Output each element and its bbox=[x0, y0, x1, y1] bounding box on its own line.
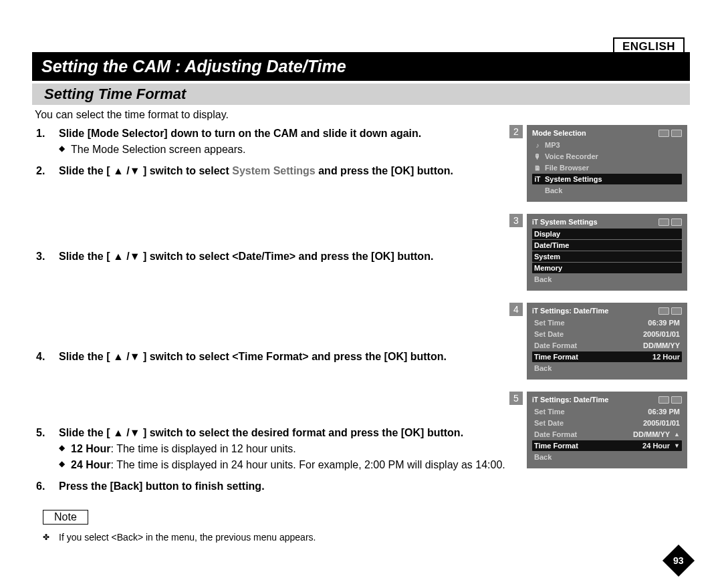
screen-block-5: 5 iT Settings: Date/Time Set Time06:39 P… bbox=[527, 392, 687, 468]
main-title-bar: Setting the CAM : Adjusting Date/Time bbox=[32, 52, 690, 81]
screen-number-3: 3 bbox=[509, 214, 523, 227]
storage-icon bbox=[658, 396, 669, 404]
screen-2-title: Mode Selection bbox=[532, 129, 586, 137]
step-5-head: Slide the [ ▲ /▼ ] switch to select the … bbox=[59, 427, 463, 438]
step-2-pt3: and press the [OK] button. bbox=[316, 165, 453, 176]
note-item: If you select <Back> in the menu, the pr… bbox=[43, 531, 690, 545]
row-label: Set Time bbox=[534, 408, 644, 416]
storage-icon bbox=[658, 218, 669, 226]
screen-3-title: iT System Settings bbox=[532, 218, 598, 226]
step-2-pt2: System Settings bbox=[232, 165, 315, 176]
row-label: Memory bbox=[534, 264, 680, 272]
note-label-box: Note bbox=[43, 510, 88, 525]
screen-4-row-setdate: Set Date2005/01/01 bbox=[532, 329, 682, 339]
screen-5-row-settime: Set Time06:39 PM bbox=[532, 406, 682, 417]
screen-2: Mode Selection ♪MP3 🎙Voice Recorder 🗎Fil… bbox=[527, 125, 687, 202]
step-5-sub-1-bold: 12 Hour bbox=[71, 443, 111, 454]
step-1-sub-1: The Mode Selection screen appears. bbox=[59, 142, 513, 157]
screen-2-row-voice: 🎙Voice Recorder bbox=[532, 151, 682, 162]
screen-5-row-setdate: Set Date2005/01/01 bbox=[532, 418, 682, 428]
intro-text: You can select the time format to displa… bbox=[35, 109, 690, 121]
screen-block-2: 2 Mode Selection ♪MP3 🎙Voice Recorder 🗎F… bbox=[527, 125, 687, 202]
device-screens-column: 2 Mode Selection ♪MP3 🎙Voice Recorder 🗎F… bbox=[527, 125, 687, 480]
screen-4-title-text: Settings: Date/Time bbox=[540, 307, 609, 315]
screen-2-row-mp3: ♪MP3 bbox=[532, 140, 682, 150]
row-label: MP3 bbox=[545, 141, 680, 149]
battery-icon bbox=[671, 130, 682, 137]
row-label: Back bbox=[534, 364, 680, 372]
row-label: Date Format bbox=[534, 341, 639, 349]
screen-4-row-timeformat: Time Format12 Hour bbox=[532, 351, 682, 362]
row-label: Set Time bbox=[534, 319, 644, 327]
screen-3: iT System Settings Display Date/Time Sys… bbox=[527, 214, 687, 291]
battery-icon bbox=[671, 396, 682, 404]
settings-icon: iT bbox=[532, 396, 538, 404]
screen-5-row-timeformat: Time Format24 Hour▼ bbox=[532, 440, 682, 451]
screen-4-title: iT Settings: Date/Time bbox=[532, 307, 608, 315]
settings-icon: iT bbox=[532, 218, 538, 226]
screen-5-row-dateformat: Date FormatDD/MM/YY▲ bbox=[532, 429, 682, 440]
music-icon: ♪ bbox=[534, 142, 541, 149]
row-value: 24 Hour bbox=[642, 442, 670, 450]
row-value: 2005/01/01 bbox=[643, 419, 680, 427]
storage-icon bbox=[658, 130, 669, 137]
screen-2-status-icons bbox=[658, 130, 682, 137]
step-4: Slide the [ ▲ /▼ ] switch to select <Tim… bbox=[32, 349, 513, 419]
screen-2-row-system: iTSystem Settings bbox=[532, 174, 682, 184]
screen-5-row-back: Back bbox=[532, 452, 682, 462]
chevron-down-icon: ▼ bbox=[674, 442, 680, 449]
step-5-sub-2-text: : The time is displayed in 24 hour units… bbox=[111, 459, 505, 470]
screen-5: iT Settings: Date/Time Set Time06:39 PM … bbox=[527, 392, 687, 468]
row-value: 06:39 PM bbox=[648, 319, 680, 327]
manual-page: ENGLISH Setting the CAM : Adjusting Date… bbox=[0, 0, 722, 588]
step-5-sub-2-bold: 24 Hour bbox=[71, 459, 111, 470]
screen-4: iT Settings: Date/Time Set Time06:39 PM … bbox=[527, 303, 687, 380]
settings-icon: iT bbox=[534, 176, 541, 183]
screen-5-status-icons bbox=[658, 396, 682, 404]
step-6: Press the [Back] button to finish settin… bbox=[32, 479, 513, 494]
step-1-head: Slide [Mode Selector] down to turn on th… bbox=[59, 128, 421, 139]
row-label: Back bbox=[534, 275, 680, 283]
step-2-pt1: Slide the [ ▲ /▼ ] switch to select bbox=[59, 165, 232, 176]
step-4-head: Slide the [ ▲ /▼ ] switch to select <Tim… bbox=[59, 351, 447, 362]
screen-4-row-settime: Set Time06:39 PM bbox=[532, 317, 682, 328]
screen-2-row-back: Back bbox=[532, 185, 682, 196]
main-title: Setting the CAM : Adjusting Date/Time bbox=[41, 57, 346, 76]
storage-icon bbox=[658, 307, 669, 315]
screen-3-row-datetime: Date/Time bbox=[532, 240, 682, 251]
step-5-sub-1: 12 Hour: The time is displayed in 12 hou… bbox=[59, 442, 513, 456]
step-6-head: Press the [Back] button to finish settin… bbox=[59, 480, 265, 492]
screen-3-title-text: System Settings bbox=[540, 218, 598, 226]
battery-icon bbox=[671, 307, 682, 315]
screen-5-title: iT Settings: Date/Time bbox=[532, 396, 608, 404]
page-number-badge: 93 bbox=[663, 545, 695, 577]
mic-icon: 🎙 bbox=[534, 153, 541, 160]
row-label: Date Format bbox=[534, 430, 629, 438]
screen-4-row-back: Back bbox=[532, 363, 682, 374]
row-label: Back bbox=[545, 186, 680, 194]
steps-list: Slide [Mode Selector] down to turn on th… bbox=[32, 126, 513, 494]
row-label: File Browser bbox=[545, 164, 680, 172]
step-2: Slide the [ ▲ /▼ ] switch to select Syst… bbox=[32, 164, 513, 243]
row-label: Date/Time bbox=[534, 241, 680, 249]
row-value: 2005/01/01 bbox=[643, 330, 680, 338]
screen-3-row-display: Display bbox=[532, 229, 682, 239]
screen-number-2: 2 bbox=[509, 125, 523, 138]
file-icon: 🗎 bbox=[534, 164, 541, 172]
row-label: Back bbox=[534, 453, 680, 461]
step-5-sub-1-text: : The time is displayed in 12 hour units… bbox=[111, 443, 296, 454]
language-tag: ENGLISH bbox=[613, 37, 685, 56]
section-title: Setting Time Format bbox=[44, 86, 186, 102]
screen-4-status-icons bbox=[658, 307, 682, 315]
screen-number-5: 5 bbox=[509, 392, 523, 405]
screen-block-3: 3 iT System Settings Display Date/Time S… bbox=[527, 214, 687, 291]
screen-block-4: 4 iT Settings: Date/Time Set Time06:39 P… bbox=[527, 303, 687, 380]
step-1: Slide [Mode Selector] down to turn on th… bbox=[32, 126, 513, 157]
screen-5-title-text: Settings: Date/Time bbox=[540, 396, 609, 404]
row-value: DD/MM/YY bbox=[643, 341, 680, 349]
row-label: Time Format bbox=[534, 442, 638, 450]
screen-4-row-dateformat: Date FormatDD/MM/YY bbox=[532, 340, 682, 351]
step-3-head: Slide the [ ▲ /▼ ] switch to select <Dat… bbox=[59, 251, 433, 262]
screen-3-row-back: Back bbox=[532, 274, 682, 285]
chevron-up-icon: ▲ bbox=[674, 431, 680, 438]
